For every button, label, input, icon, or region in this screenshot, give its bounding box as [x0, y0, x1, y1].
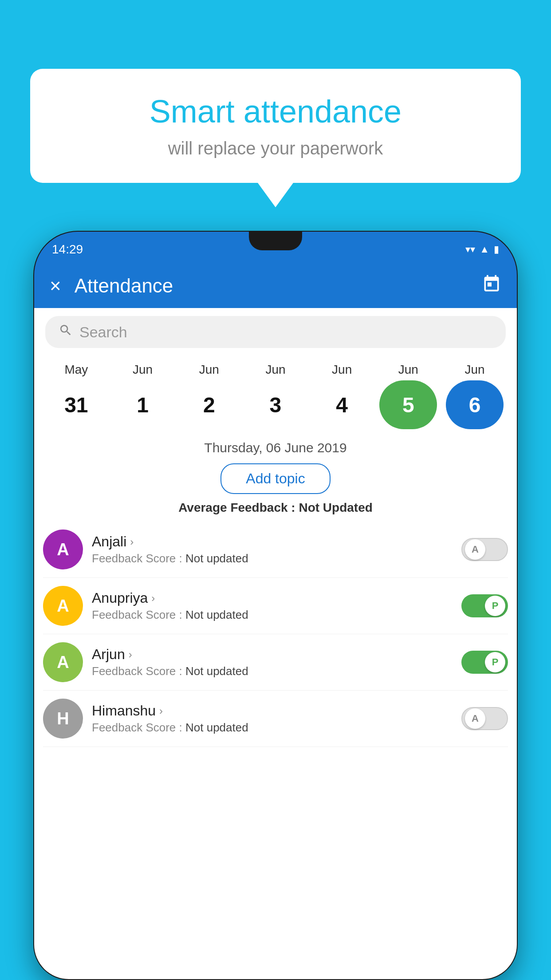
student-item-3[interactable]: H Himanshu › Feedback Score : Not update… [43, 691, 508, 747]
cal-day-6[interactable]: 6 [446, 380, 504, 429]
cal-month-0: May [47, 363, 105, 377]
attendance-toggle-2[interactable]: P [461, 651, 508, 674]
status-time: 14:29 [52, 242, 83, 257]
student-feedback-0: Feedback Score : Not updated [92, 552, 453, 565]
avg-feedback-value: Not Updated [299, 501, 372, 514]
toggle-knob-2: P [485, 652, 505, 672]
avg-feedback-label: Average Feedback : [178, 501, 295, 514]
cal-day-3[interactable]: 3 [247, 380, 304, 429]
speech-bubble: Smart attendance will replace your paper… [30, 69, 521, 183]
cal-month-4: Jun [313, 363, 371, 377]
cal-day-4[interactable]: 4 [313, 380, 371, 429]
cal-day-1[interactable]: 1 [114, 380, 172, 429]
search-bar-container: Search [34, 308, 517, 356]
student-name-1: Anupriya › [92, 590, 453, 606]
student-list: A Anjali › Feedback Score : Not updated … [34, 522, 517, 747]
battery-icon: ▮ [494, 244, 499, 255]
student-info-3: Himanshu › Feedback Score : Not updated [92, 703, 453, 735]
average-feedback: Average Feedback : Not Updated [34, 501, 517, 515]
student-info-2: Arjun › Feedback Score : Not updated [92, 646, 453, 678]
attendance-toggle-3[interactable]: A [461, 707, 508, 730]
student-item-0[interactable]: A Anjali › Feedback Score : Not updated … [43, 522, 508, 578]
bubble-subtitle: will replace your paperwork [57, 138, 494, 158]
student-info-0: Anjali › Feedback Score : Not updated [92, 533, 453, 565]
toggle-knob-3: A [465, 708, 485, 729]
signal-icon: ▲ [480, 244, 489, 255]
wifi-icon: ▾▾ [465, 244, 475, 255]
attendance-toggle-1[interactable]: P [461, 594, 508, 617]
student-item-2[interactable]: A Arjun › Feedback Score : Not updated P [43, 634, 508, 691]
cal-month-3: Jun [247, 363, 304, 377]
cal-day-2[interactable]: 2 [180, 380, 238, 429]
student-item-1[interactable]: A Anupriya › Feedback Score : Not update… [43, 578, 508, 634]
speech-bubble-container: Smart attendance will replace your paper… [30, 69, 521, 207]
close-button[interactable]: × [50, 276, 61, 296]
cal-month-6: Jun [446, 363, 504, 377]
add-topic-button[interactable]: Add topic [220, 463, 330, 494]
cal-month-2: Jun [180, 363, 238, 377]
student-avatar-3: H [43, 699, 83, 739]
cal-day-5[interactable]: 5 [379, 380, 437, 429]
attendance-toggle-0[interactable]: A [461, 538, 508, 561]
student-info-1: Anupriya › Feedback Score : Not updated [92, 590, 453, 622]
cal-day-0[interactable]: 31 [47, 380, 105, 429]
cal-month-5: Jun [379, 363, 437, 377]
chevron-icon-3: › [159, 705, 163, 717]
student-name-3: Himanshu › [92, 703, 453, 719]
student-name-2: Arjun › [92, 646, 453, 663]
calendar-days: 31 1 2 3 4 5 6 [43, 380, 508, 429]
student-feedback-3: Feedback Score : Not updated [92, 721, 453, 735]
toggle-knob-1: P [485, 596, 505, 616]
status-icons: ▾▾ ▲ ▮ [465, 244, 499, 255]
app-bar-title: Attendance [75, 275, 468, 297]
search-icon [59, 323, 73, 341]
student-feedback-1: Feedback Score : Not updated [92, 608, 453, 622]
student-avatar-1: A [43, 586, 83, 626]
cal-month-1: Jun [114, 363, 172, 377]
chevron-icon-2: › [129, 648, 132, 661]
bubble-tail [258, 183, 293, 207]
phone-frame: 14:29 ▾▾ ▲ ▮ × Attendance [33, 231, 518, 980]
app-bar: × Attendance [34, 264, 517, 308]
toggle-knob-0: A [465, 539, 485, 560]
calendar-strip: May Jun Jun Jun Jun Jun Jun 31 1 2 3 4 5… [34, 356, 517, 434]
search-input[interactable]: Search [79, 324, 127, 341]
phone-notch [249, 232, 302, 250]
bubble-title: Smart attendance [57, 93, 494, 130]
date-header: Thursday, 06 June 2019 [34, 434, 517, 459]
chevron-icon-0: › [130, 536, 134, 548]
phone-inner: 14:29 ▾▾ ▲ ▮ × Attendance [34, 232, 517, 979]
student-feedback-2: Feedback Score : Not updated [92, 664, 453, 678]
student-avatar-2: A [43, 642, 83, 682]
calendar-icon[interactable] [482, 274, 501, 298]
screen-content: Search May Jun Jun Jun Jun Jun Jun 31 1 … [34, 308, 517, 979]
chevron-icon-1: › [151, 592, 155, 605]
student-name-0: Anjali › [92, 533, 453, 550]
search-bar[interactable]: Search [45, 316, 506, 348]
calendar-months: May Jun Jun Jun Jun Jun Jun [43, 363, 508, 377]
student-avatar-0: A [43, 530, 83, 569]
